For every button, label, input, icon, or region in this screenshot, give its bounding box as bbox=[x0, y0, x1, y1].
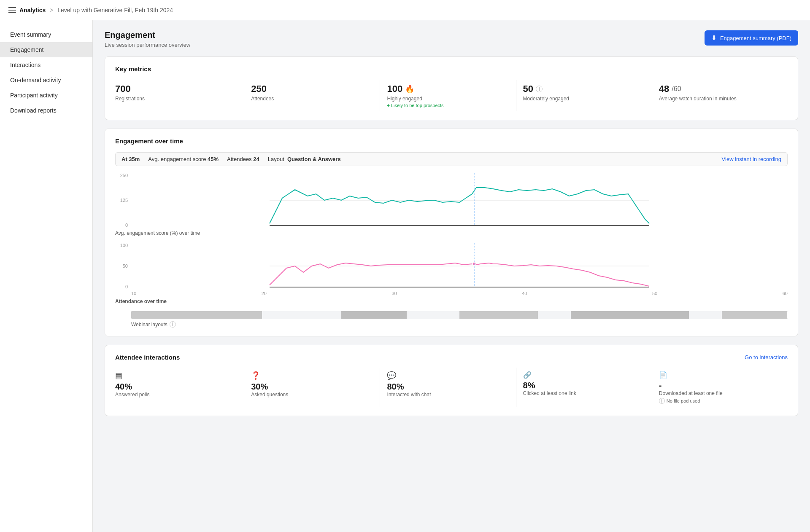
interaction-polls-pct: 40% bbox=[115, 382, 237, 392]
chart1-y-axis: 250 125 0 bbox=[115, 173, 128, 228]
layout-gap-1 bbox=[262, 311, 341, 319]
chart1-container: 250 125 0 bbox=[115, 173, 788, 228]
interaction-files-note: i No file pod used bbox=[659, 398, 781, 404]
breadcrumb: Analytics > Level up with Generative Fil… bbox=[19, 7, 173, 13]
webinar-layouts-bar bbox=[131, 311, 788, 319]
plus-icon: + bbox=[387, 103, 389, 108]
engagement-summary-pdf-button[interactable]: ⬇ Engagement summary (PDF) bbox=[705, 30, 798, 46]
poll-icon: ▤ bbox=[115, 371, 122, 380]
interaction-links-label: Clicked at least one link bbox=[523, 390, 645, 396]
chart2-container: 100 50 0 bbox=[115, 243, 788, 289]
y2-bot: 0 bbox=[115, 284, 128, 289]
metric-attendees-value: 250 bbox=[251, 83, 373, 94]
sidebar-item-participant-activity[interactable]: Participant activity bbox=[0, 88, 92, 103]
question-icon: ❓ bbox=[251, 371, 260, 380]
layout-gap-4 bbox=[689, 311, 722, 319]
layout-gap-3 bbox=[538, 311, 571, 319]
page-header: Engagement Live session performance over… bbox=[105, 30, 798, 48]
top-bar: Analytics > Level up with Generative Fil… bbox=[0, 0, 810, 20]
interaction-polls-header: ▤ bbox=[115, 371, 237, 380]
chart2-svg-wrapper bbox=[131, 243, 788, 289]
layout-segment-4 bbox=[571, 311, 689, 319]
breadcrumb-page: Level up with Generative Fill, Feb 19th … bbox=[57, 7, 173, 13]
main-layout: Event summary Engagement Interactions On… bbox=[0, 20, 810, 532]
chart-tooltip-bar: At 35m Avg. engagement score 45% Attende… bbox=[115, 152, 788, 166]
metric-highly-engaged-sub: + Likely to be top prospects bbox=[387, 103, 509, 108]
interaction-chat-label: Interacted with chat bbox=[387, 392, 509, 398]
interaction-chat-header: 💬 bbox=[387, 371, 509, 380]
tooltip-avg-score: Avg. engagement score 45% bbox=[148, 156, 219, 162]
interaction-links-header: 🔗 bbox=[523, 371, 645, 379]
x-label-20: 20 bbox=[262, 291, 267, 296]
interaction-links: 🔗 8% Clicked at least one link bbox=[516, 368, 652, 407]
metric-highly-engaged-value: 100 🔥 bbox=[387, 83, 509, 94]
metric-watch-duration: 48/60 Average watch duration in minutes bbox=[652, 80, 788, 111]
metric-registrations-label: Registrations bbox=[115, 96, 237, 102]
attendee-interactions-card: Attendee interactions Go to interactions… bbox=[105, 345, 798, 416]
chart1-label: Avg. engagement score (%) over time bbox=[115, 230, 788, 236]
interaction-links-pct: 8% bbox=[523, 381, 645, 390]
go-to-interactions-link[interactable]: Go to interactions bbox=[745, 354, 788, 360]
breadcrumb-brand: Analytics bbox=[19, 7, 46, 13]
attendee-interactions-title: Attendee interactions bbox=[115, 354, 180, 361]
y1-mid: 125 bbox=[115, 198, 128, 203]
interaction-files-label: Downloaded at least one file bbox=[659, 390, 781, 396]
x-label-10: 10 bbox=[131, 291, 136, 296]
interaction-polls: ▤ 40% Answered polls bbox=[115, 368, 244, 407]
interaction-questions: ❓ 30% Asked questions bbox=[244, 368, 380, 407]
link-icon: 🔗 bbox=[523, 371, 532, 379]
engagement-over-time-title: Engagement over time bbox=[115, 137, 788, 145]
interaction-questions-header: ❓ bbox=[251, 371, 373, 380]
btn-label: Engagement summary (PDF) bbox=[720, 35, 791, 41]
sidebar-item-event-summary[interactable]: Event summary bbox=[0, 27, 92, 42]
metric-attendees-label: Attendees bbox=[251, 96, 373, 102]
sidebar-item-engagement[interactable]: Engagement bbox=[0, 42, 92, 57]
interaction-chat-pct: 80% bbox=[387, 382, 509, 392]
interactions-row: ▤ 40% Answered polls ❓ 30% Asked questio… bbox=[115, 368, 788, 407]
attendance-chart bbox=[131, 243, 788, 289]
attendee-interactions-header: Attendee interactions Go to interactions bbox=[115, 354, 788, 361]
tooltip-time: At 35m bbox=[122, 156, 140, 162]
info-circle-icon: i bbox=[659, 398, 665, 404]
interaction-polls-label: Answered polls bbox=[115, 392, 237, 398]
file-icon: 📄 bbox=[659, 371, 667, 379]
layout-segment-5 bbox=[722, 311, 788, 319]
engagement-score-chart bbox=[131, 173, 788, 228]
y1-bot: 0 bbox=[115, 223, 128, 228]
chart2-label: Attendance over time bbox=[115, 298, 788, 304]
x-axis-labels: 10 20 30 40 50 60 bbox=[131, 291, 788, 296]
interaction-questions-label: Asked questions bbox=[251, 392, 373, 398]
x-label-40: 40 bbox=[522, 291, 527, 296]
key-metrics-card: Key metrics 700 Registrations 250 Attend… bbox=[105, 56, 798, 120]
layout-segment-1 bbox=[131, 311, 262, 319]
breadcrumb-separator: > bbox=[50, 7, 53, 13]
x-label-50: 50 bbox=[652, 291, 657, 296]
metric-attendees: 250 Attendees bbox=[244, 80, 380, 111]
main-content: Engagement Live session performance over… bbox=[93, 20, 810, 532]
info-icon[interactable]: i bbox=[536, 86, 543, 92]
sidebar-item-interactions[interactable]: Interactions bbox=[0, 57, 92, 73]
metric-moderately-engaged-value: 50 i bbox=[523, 83, 645, 94]
tooltip-layout: Layout Question & Answers bbox=[268, 156, 341, 162]
metric-moderately-engaged-label: Moderately engaged bbox=[523, 96, 645, 102]
layout-gap-2 bbox=[407, 311, 459, 319]
metric-moderately-engaged: 50 i Moderately engaged bbox=[516, 80, 652, 111]
metric-registrations: 700 Registrations bbox=[115, 80, 244, 111]
interaction-files-pct: - bbox=[659, 381, 781, 390]
interaction-files: 📄 - Downloaded at least one file i No fi… bbox=[652, 368, 788, 407]
sidebar-item-download-reports[interactable]: Download reports bbox=[0, 103, 92, 118]
fire-icon: 🔥 bbox=[405, 84, 414, 94]
view-instant-recording-link[interactable]: View instant in recording bbox=[722, 156, 781, 162]
sidebar-item-on-demand-activity[interactable]: On-demand activity bbox=[0, 73, 92, 88]
engagement-over-time-card: Engagement over time At 35m Avg. engagem… bbox=[105, 129, 798, 336]
chart1-svg-wrapper bbox=[131, 173, 788, 228]
menu-icon[interactable] bbox=[8, 7, 16, 13]
webinar-layouts-info-icon[interactable]: i bbox=[170, 321, 176, 328]
interaction-chat: 💬 80% Interacted with chat bbox=[380, 368, 516, 407]
metric-highly-engaged: 100 🔥 Highly engaged + Likely to be top … bbox=[380, 80, 516, 111]
key-metrics-row: 700 Registrations 250 Attendees 100 🔥 Hi… bbox=[115, 80, 788, 111]
chart2-y-axis: 100 50 0 bbox=[115, 243, 128, 289]
page-header-text: Engagement Live session performance over… bbox=[105, 30, 190, 48]
sidebar: Event summary Engagement Interactions On… bbox=[0, 20, 93, 532]
interaction-files-header: 📄 bbox=[659, 371, 781, 379]
